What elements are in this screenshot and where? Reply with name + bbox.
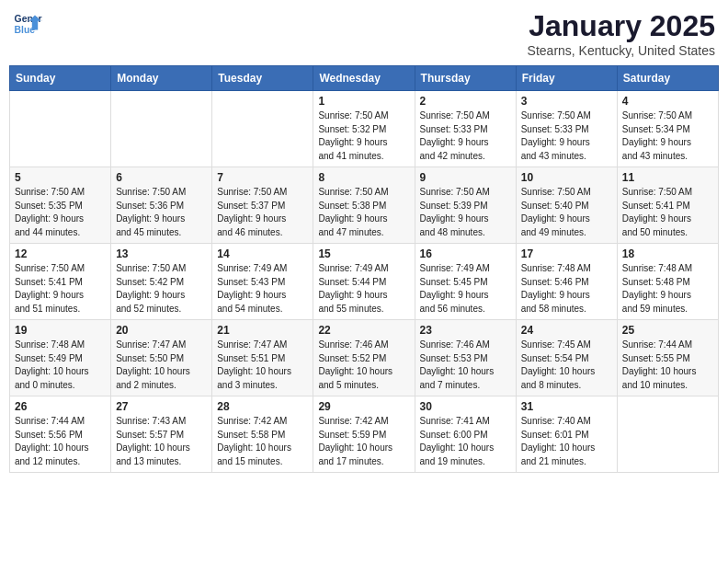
day-number: 4 [622,95,713,108]
weekday-header-monday: Monday [111,66,212,91]
weekday-header-friday: Friday [516,66,617,91]
day-number: 1 [318,95,409,108]
calendar-cell: 24Sunrise: 7:45 AM Sunset: 5:54 PM Dayli… [516,320,617,396]
weekday-header-thursday: Thursday [415,66,516,91]
day-number: 9 [420,171,511,184]
calendar-cell: 27Sunrise: 7:43 AM Sunset: 5:57 PM Dayli… [111,396,212,473]
calendar-cell: 26Sunrise: 7:44 AM Sunset: 5:56 PM Dayli… [10,396,111,473]
calendar-cell: 16Sunrise: 7:49 AM Sunset: 5:45 PM Dayli… [415,244,516,320]
week-row-4: 19Sunrise: 7:48 AM Sunset: 5:49 PM Dayli… [10,320,719,396]
day-number: 28 [217,400,308,413]
calendar-cell: 18Sunrise: 7:48 AM Sunset: 5:48 PM Dayli… [617,244,718,320]
calendar-cell [617,396,718,473]
day-info: Sunrise: 7:49 AM Sunset: 5:43 PM Dayligh… [217,262,308,316]
calendar-cell: 13Sunrise: 7:50 AM Sunset: 5:42 PM Dayli… [111,244,212,320]
calendar-cell: 8Sunrise: 7:50 AM Sunset: 5:38 PM Daylig… [313,167,415,244]
day-number: 16 [420,247,511,260]
calendar-cell: 31Sunrise: 7:40 AM Sunset: 6:01 PM Dayli… [516,396,617,473]
calendar-cell: 21Sunrise: 7:47 AM Sunset: 5:51 PM Dayli… [212,320,313,396]
weekday-header-tuesday: Tuesday [212,66,313,91]
day-number: 30 [420,400,511,413]
day-info: Sunrise: 7:48 AM Sunset: 5:46 PM Dayligh… [521,262,612,316]
day-info: Sunrise: 7:44 AM Sunset: 5:55 PM Dayligh… [622,339,713,392]
calendar-cell [10,91,111,167]
week-row-2: 5Sunrise: 7:50 AM Sunset: 5:35 PM Daylig… [10,167,719,244]
day-number: 2 [420,95,511,108]
day-info: Sunrise: 7:41 AM Sunset: 6:00 PM Dayligh… [420,415,511,468]
day-number: 5 [15,171,106,184]
calendar-cell: 7Sunrise: 7:50 AM Sunset: 5:37 PM Daylig… [212,167,313,244]
day-info: Sunrise: 7:50 AM Sunset: 5:40 PM Dayligh… [521,186,612,239]
day-info: Sunrise: 7:47 AM Sunset: 5:50 PM Dayligh… [116,339,207,392]
subtitle: Stearns, Kentucky, United States [528,43,715,58]
day-info: Sunrise: 7:48 AM Sunset: 5:48 PM Dayligh… [622,262,713,316]
day-info: Sunrise: 7:46 AM Sunset: 5:53 PM Dayligh… [420,339,511,392]
calendar-cell: 20Sunrise: 7:47 AM Sunset: 5:50 PM Dayli… [111,320,212,396]
day-info: Sunrise: 7:50 AM Sunset: 5:41 PM Dayligh… [622,186,713,239]
calendar-cell: 5Sunrise: 7:50 AM Sunset: 5:35 PM Daylig… [10,167,111,244]
day-info: Sunrise: 7:50 AM Sunset: 5:42 PM Dayligh… [116,262,207,316]
weekday-header-sunday: Sunday [10,66,111,91]
day-info: Sunrise: 7:50 AM Sunset: 5:33 PM Dayligh… [420,109,511,163]
calendar-cell: 10Sunrise: 7:50 AM Sunset: 5:40 PM Dayli… [516,167,617,244]
day-number: 27 [116,400,207,413]
day-info: Sunrise: 7:43 AM Sunset: 5:57 PM Dayligh… [116,415,207,468]
day-number: 15 [318,247,409,260]
day-number: 26 [15,400,106,413]
week-row-3: 12Sunrise: 7:50 AM Sunset: 5:41 PM Dayli… [10,244,719,320]
day-number: 10 [521,171,612,184]
day-number: 18 [622,247,713,260]
day-info: Sunrise: 7:50 AM Sunset: 5:32 PM Dayligh… [318,109,409,163]
day-number: 20 [116,324,207,337]
day-number: 19 [15,324,106,337]
day-info: Sunrise: 7:50 AM Sunset: 5:39 PM Dayligh… [420,186,511,239]
day-info: Sunrise: 7:46 AM Sunset: 5:52 PM Dayligh… [318,339,409,392]
day-number: 25 [622,324,713,337]
day-number: 6 [116,171,207,184]
calendar-cell: 12Sunrise: 7:50 AM Sunset: 5:41 PM Dayli… [10,244,111,320]
calendar-cell [111,91,212,167]
calendar-cell: 14Sunrise: 7:49 AM Sunset: 5:43 PM Dayli… [212,244,313,320]
calendar-cell: 28Sunrise: 7:42 AM Sunset: 5:58 PM Dayli… [212,396,313,473]
title-area: January 2025 Stearns, Kentucky, United S… [528,9,715,58]
week-row-1: 1Sunrise: 7:50 AM Sunset: 5:32 PM Daylig… [10,91,719,167]
calendar-cell: 15Sunrise: 7:49 AM Sunset: 5:44 PM Dayli… [313,244,415,320]
weekday-header-row: SundayMondayTuesdayWednesdayThursdayFrid… [10,66,719,91]
day-info: Sunrise: 7:47 AM Sunset: 5:51 PM Dayligh… [217,339,308,392]
day-number: 3 [521,95,612,108]
calendar-cell: 29Sunrise: 7:42 AM Sunset: 5:59 PM Dayli… [313,396,415,473]
calendar-cell: 17Sunrise: 7:48 AM Sunset: 5:46 PM Dayli… [516,244,617,320]
day-info: Sunrise: 7:50 AM Sunset: 5:38 PM Dayligh… [318,186,409,239]
day-info: Sunrise: 7:49 AM Sunset: 5:44 PM Dayligh… [318,262,409,316]
calendar-cell: 4Sunrise: 7:50 AM Sunset: 5:34 PM Daylig… [617,91,718,167]
calendar-cell: 1Sunrise: 7:50 AM Sunset: 5:32 PM Daylig… [313,91,415,167]
day-info: Sunrise: 7:50 AM Sunset: 5:35 PM Dayligh… [15,186,106,239]
day-number: 31 [521,400,612,413]
header: General Blue January 2025 Stearns, Kentu… [9,9,719,58]
day-info: Sunrise: 7:50 AM Sunset: 5:34 PM Dayligh… [622,109,713,163]
day-info: Sunrise: 7:42 AM Sunset: 5:58 PM Dayligh… [217,415,308,468]
logo-icon: General Blue [13,9,42,39]
calendar-cell: 6Sunrise: 7:50 AM Sunset: 5:36 PM Daylig… [111,167,212,244]
calendar-cell: 30Sunrise: 7:41 AM Sunset: 6:00 PM Dayli… [415,396,516,473]
month-title: January 2025 [528,9,715,43]
weekday-header-saturday: Saturday [617,66,718,91]
day-info: Sunrise: 7:40 AM Sunset: 6:01 PM Dayligh… [521,415,612,468]
calendar: SundayMondayTuesdayWednesdayThursdayFrid… [9,65,719,473]
day-info: Sunrise: 7:50 AM Sunset: 5:37 PM Dayligh… [217,186,308,239]
calendar-cell: 22Sunrise: 7:46 AM Sunset: 5:52 PM Dayli… [313,320,415,396]
day-info: Sunrise: 7:45 AM Sunset: 5:54 PM Dayligh… [521,339,612,392]
weekday-header-wednesday: Wednesday [313,66,415,91]
day-number: 21 [217,324,308,337]
day-number: 22 [318,324,409,337]
day-number: 8 [318,171,409,184]
calendar-cell: 2Sunrise: 7:50 AM Sunset: 5:33 PM Daylig… [415,91,516,167]
day-number: 23 [420,324,511,337]
day-info: Sunrise: 7:42 AM Sunset: 5:59 PM Dayligh… [318,415,409,468]
calendar-cell: 23Sunrise: 7:46 AM Sunset: 5:53 PM Dayli… [415,320,516,396]
calendar-cell: 11Sunrise: 7:50 AM Sunset: 5:41 PM Dayli… [617,167,718,244]
calendar-body: 1Sunrise: 7:50 AM Sunset: 5:32 PM Daylig… [10,91,719,473]
day-info: Sunrise: 7:44 AM Sunset: 5:56 PM Dayligh… [15,415,106,468]
calendar-cell: 3Sunrise: 7:50 AM Sunset: 5:33 PM Daylig… [516,91,617,167]
day-info: Sunrise: 7:49 AM Sunset: 5:45 PM Dayligh… [420,262,511,316]
